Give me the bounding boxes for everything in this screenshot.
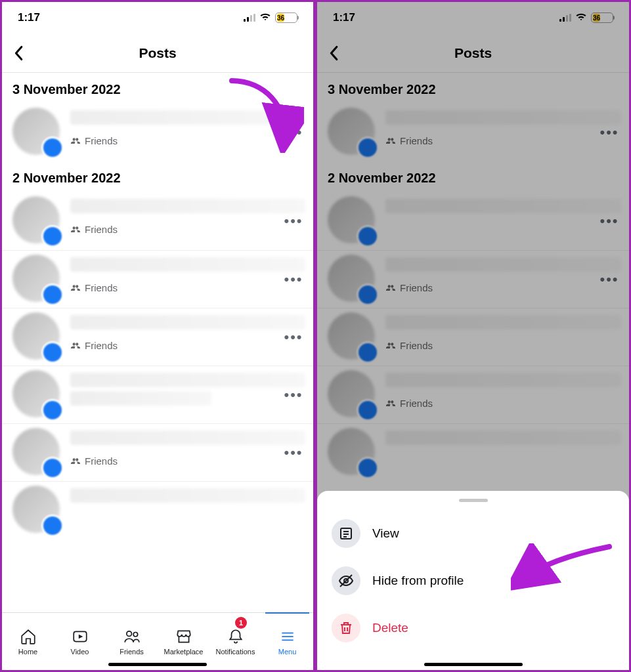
avatar[interactable] bbox=[12, 196, 60, 243]
audience-label: Friends bbox=[70, 340, 305, 351]
post-row[interactable]: Friends ••• bbox=[2, 308, 313, 366]
post-more-button[interactable]: ••• bbox=[283, 387, 304, 404]
notification-badge: 1 bbox=[235, 617, 247, 629]
sheet-grabber[interactable] bbox=[459, 499, 488, 502]
post-more-button[interactable]: ••• bbox=[283, 124, 304, 141]
post-text-redacted bbox=[385, 199, 621, 213]
view-icon bbox=[332, 519, 360, 548]
status-time: 1:17 bbox=[333, 11, 355, 24]
tab-home[interactable]: Home bbox=[2, 613, 54, 670]
back-button[interactable] bbox=[2, 37, 35, 70]
status-bar: 1:17 36 bbox=[2, 2, 313, 33]
sheet-item-label: Hide from profile bbox=[372, 574, 464, 588]
page-title: Posts bbox=[317, 45, 629, 61]
avatar[interactable] bbox=[328, 255, 375, 302]
tab-marketplace[interactable]: Marketplace bbox=[158, 613, 209, 670]
audience-label: Friends bbox=[385, 282, 621, 293]
home-indicator[interactable] bbox=[424, 663, 523, 666]
left-screenshot: 1:17 36 Posts 3 November 2022 Friends bbox=[0, 0, 315, 672]
post-row[interactable]: Friends ••• bbox=[317, 250, 629, 308]
page-header: Posts bbox=[2, 33, 313, 73]
audience-label: Friends bbox=[70, 135, 305, 146]
back-button[interactable] bbox=[317, 37, 350, 70]
svg-point-1 bbox=[126, 631, 131, 636]
post-more-button[interactable]: ••• bbox=[599, 271, 620, 288]
sheet-delete-button[interactable]: Delete bbox=[317, 604, 629, 652]
date-header: 2 November 2022 bbox=[2, 161, 313, 192]
status-indicators: 36 bbox=[244, 11, 297, 24]
audience-label: Friends bbox=[385, 135, 621, 146]
post-text-redacted bbox=[385, 257, 621, 272]
action-sheet: View Hide from profile Delete bbox=[317, 491, 629, 670]
post-text-redacted bbox=[70, 373, 305, 387]
battery-percent: 36 bbox=[593, 14, 600, 22]
post-row[interactable]: Friends ••• bbox=[2, 423, 313, 481]
avatar[interactable] bbox=[328, 428, 375, 475]
tab-menu[interactable]: Menu bbox=[261, 613, 313, 670]
audience-label: Friends bbox=[70, 224, 305, 235]
tab-video[interactable]: Video bbox=[54, 613, 106, 670]
status-indicators: 36 bbox=[559, 11, 613, 24]
post-more-button[interactable]: ••• bbox=[283, 271, 304, 288]
post-row[interactable]: Friends ••• bbox=[2, 104, 313, 161]
avatar[interactable] bbox=[12, 428, 60, 475]
post-text-redacted bbox=[70, 315, 305, 329]
wifi-icon bbox=[575, 11, 587, 24]
avatar[interactable] bbox=[328, 312, 375, 360]
audience-label: Friends bbox=[385, 340, 621, 351]
post-row[interactable]: Friends bbox=[317, 366, 629, 423]
status-bar: 1:17 36 bbox=[317, 2, 629, 33]
date-header: 3 November 2022 bbox=[2, 73, 313, 104]
post-text-redacted bbox=[70, 199, 305, 213]
avatar[interactable] bbox=[12, 255, 60, 302]
post-row[interactable]: ••• bbox=[2, 366, 313, 423]
post-row[interactable] bbox=[317, 423, 629, 481]
post-text-redacted bbox=[385, 373, 621, 387]
post-row[interactable] bbox=[2, 481, 313, 539]
cellular-icon bbox=[244, 14, 255, 22]
avatar[interactable] bbox=[328, 196, 375, 243]
post-text-redacted bbox=[385, 110, 621, 125]
tab-notifications[interactable]: 1 Notifications bbox=[209, 613, 261, 670]
sheet-item-label: Delete bbox=[372, 621, 408, 635]
post-row[interactable]: Friends ••• bbox=[317, 104, 629, 161]
hide-icon bbox=[332, 566, 360, 595]
avatar[interactable] bbox=[12, 108, 60, 155]
date-header: 3 November 2022 bbox=[317, 73, 629, 104]
right-screenshot: 1:17 36 Posts 3 November 2022 Friends bbox=[315, 0, 631, 672]
post-more-button[interactable]: ••• bbox=[283, 329, 304, 346]
post-text-redacted bbox=[70, 488, 305, 503]
post-row[interactable]: ••• bbox=[317, 192, 629, 250]
avatar[interactable] bbox=[12, 312, 60, 360]
home-indicator[interactable] bbox=[108, 663, 207, 666]
post-more-button[interactable]: ••• bbox=[599, 213, 620, 230]
post-more-button[interactable]: ••• bbox=[283, 444, 304, 461]
avatar[interactable] bbox=[12, 370, 60, 417]
tab-friends[interactable]: Friends bbox=[106, 613, 158, 670]
post-text-redacted bbox=[70, 391, 211, 406]
battery-percent: 36 bbox=[277, 14, 284, 22]
avatar[interactable] bbox=[12, 486, 60, 533]
post-row[interactable]: Friends ••• bbox=[2, 192, 313, 250]
sheet-hide-button[interactable]: Hide from profile bbox=[317, 557, 629, 604]
post-more-button[interactable]: ••• bbox=[283, 213, 304, 230]
svg-point-2 bbox=[133, 632, 138, 637]
post-text-redacted bbox=[385, 315, 621, 329]
avatar[interactable] bbox=[328, 108, 375, 155]
audience-label: Friends bbox=[70, 455, 305, 467]
battery-icon: 36 bbox=[275, 12, 297, 23]
avatar[interactable] bbox=[328, 370, 375, 417]
trash-icon bbox=[332, 614, 360, 642]
page-title: Posts bbox=[2, 45, 313, 61]
post-more-button[interactable]: ••• bbox=[599, 124, 620, 141]
post-row[interactable]: Friends ••• bbox=[2, 250, 313, 308]
post-text-redacted bbox=[70, 257, 305, 272]
page-header: Posts bbox=[317, 33, 629, 73]
post-text-redacted bbox=[385, 430, 621, 445]
sheet-item-label: View bbox=[372, 526, 399, 541]
wifi-icon bbox=[259, 11, 271, 24]
audience-label: Friends bbox=[70, 282, 305, 293]
posts-scroll[interactable]: 3 November 2022 Friends ••• 2 November 2… bbox=[2, 73, 313, 612]
sheet-view-button[interactable]: View bbox=[317, 510, 629, 557]
post-row[interactable]: Friends bbox=[317, 308, 629, 366]
